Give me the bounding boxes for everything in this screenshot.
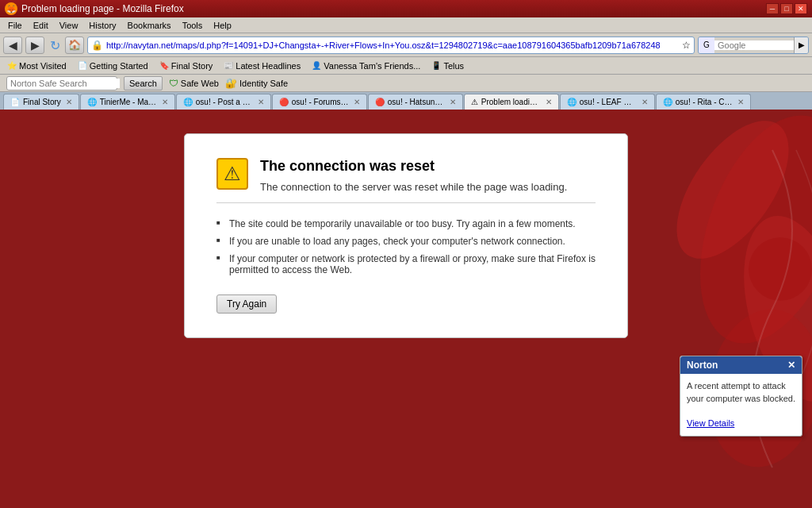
browser-tab[interactable]: 📄Final Story✕: [3, 94, 79, 110]
address-bar[interactable]: 🔒 ☆: [87, 37, 695, 54]
norton-popup-close-button[interactable]: ✕: [787, 360, 795, 371]
browser-tab[interactable]: 🌐TinierMe - Make ...✕: [80, 94, 175, 110]
error-title-area: The connection was reset The connection …: [260, 158, 567, 193]
norton-popup-message: A recent attempt to attack your computer…: [687, 380, 795, 405]
forward-button[interactable]: ▶: [25, 37, 44, 54]
norton-search-input[interactable]: [10, 79, 120, 88]
minimize-button[interactable]: ─: [766, 3, 779, 14]
list-item: If your computer or network is protected…: [216, 250, 596, 279]
bookmarks-bar: ⭐ Most Visited 📄 Getting Started 🔖 Final…: [0, 57, 812, 75]
menu-help[interactable]: Help: [209, 20, 236, 31]
window-controls[interactable]: ─ □ ✕: [766, 3, 807, 14]
menu-view[interactable]: View: [55, 20, 83, 31]
bookmark-label: Final Story: [171, 61, 213, 71]
search-container[interactable]: G ▶: [698, 37, 809, 54]
tab-close-button[interactable]: ✕: [737, 98, 744, 106]
window-title: Problem loading page - Mozilla Firefox: [21, 3, 184, 14]
menu-tools[interactable]: Tools: [178, 20, 208, 31]
news-icon: 📰: [224, 61, 233, 70]
bookmark-telus[interactable]: 📱 Telus: [427, 60, 468, 72]
bookmark-label: Telus: [443, 61, 464, 71]
search-go-button[interactable]: ▶: [794, 37, 808, 54]
firefox-icon: 🦊: [5, 2, 17, 15]
norton-safe-web[interactable]: 🛡 Safe Web: [169, 78, 219, 89]
identity-safe-label: Identity Safe: [239, 79, 288, 88]
browser-tab[interactable]: 🔴osu! - Hatsune M...✕: [368, 94, 463, 110]
nav-bar: ◀ ▶ ↻ 🏠 🔒 ☆ G ▶: [0, 33, 812, 57]
tab-icon: 🔴: [375, 98, 385, 106]
tab-close-button[interactable]: ✕: [66, 98, 72, 106]
content-area: ⚠ The connection was reset The connectio…: [0, 110, 812, 508]
bookmark-most-visited[interactable]: ⭐ Most Visited: [3, 60, 71, 72]
norton-search-box[interactable]: [6, 76, 117, 90]
tab-close-button[interactable]: ✕: [162, 98, 168, 106]
tab-close-button[interactable]: ✕: [450, 98, 456, 106]
browser-tab[interactable]: 🔴osu! - Forums - B...✕: [272, 94, 367, 110]
address-action-icons: ☆: [682, 40, 691, 51]
error-box: ⚠ The connection was reset The connectio…: [184, 133, 628, 338]
title-bar-left: 🦊 Problem loading page - Mozilla Firefox: [5, 2, 184, 15]
bookmark-label: Getting Started: [90, 61, 148, 71]
browser-tab[interactable]: ⚠Problem loading...✕: [464, 94, 559, 110]
safe-web-label: Safe Web: [181, 79, 219, 88]
list-item: If you are unable to load any pages, che…: [216, 233, 596, 250]
svg-point-0: [672, 110, 812, 363]
try-again-button[interactable]: Try Again: [216, 294, 277, 314]
home-button[interactable]: 🏠: [65, 37, 84, 54]
error-title: The connection was reset: [260, 158, 567, 175]
menu-bookmarks[interactable]: Bookmarks: [123, 20, 176, 31]
tab-close-button[interactable]: ✕: [354, 98, 360, 106]
person-icon: 👤: [312, 61, 321, 70]
browser-tab[interactable]: 🌐osu! - LEAF XCEE...✕: [560, 94, 655, 110]
browser-tab[interactable]: 🌐osu! - Post a new...✕: [176, 94, 271, 110]
menu-history[interactable]: History: [84, 20, 121, 31]
refresh-button[interactable]: ↻: [48, 38, 62, 52]
norton-popup-header: Norton ✕: [680, 356, 802, 374]
bookmark-label: Most Visited: [19, 61, 67, 71]
menu-edit[interactable]: Edit: [29, 20, 53, 31]
norton-popup: Norton ✕ A recent attempt to attack your…: [680, 356, 802, 437]
google-icon: G: [699, 37, 714, 54]
address-input[interactable]: [106, 40, 679, 50]
menu-bar: File Edit View History Bookmarks Tools H…: [0, 17, 812, 33]
tab-close-button[interactable]: ✕: [258, 98, 264, 106]
lock-icon: 🔒: [91, 40, 103, 51]
browser-tab[interactable]: 🌐osu! - Rita - CRISI...✕: [656, 94, 751, 110]
star-icon: ⭐: [7, 61, 17, 70]
star-icon[interactable]: ☆: [682, 40, 691, 51]
norton-identity-safe[interactable]: 🔐 Identity Safe: [225, 78, 288, 89]
bookmark-getting-started[interactable]: 📄 Getting Started: [74, 60, 152, 72]
back-button[interactable]: ◀: [3, 37, 22, 54]
error-list: The site could be temporarily unavailabl…: [216, 215, 596, 279]
bookmark-icon: 🔖: [159, 61, 169, 70]
bookmark-label: Latest Headlines: [236, 61, 301, 71]
tab-icon: 🌐: [567, 98, 576, 106]
close-button[interactable]: ✕: [795, 3, 807, 14]
tab-icon: 🌐: [183, 98, 193, 106]
norton-view-details-link[interactable]: View Details: [687, 418, 734, 428]
list-item: The site could be temporarily unavailabl…: [216, 215, 596, 233]
warning-icon: ⚠: [216, 158, 248, 190]
tab-icon: 🌐: [663, 98, 672, 106]
norton-search-button[interactable]: Search: [124, 76, 163, 90]
tab-label: osu! - LEAF XCEE...: [580, 98, 637, 106]
tab-icon: ⚠: [471, 98, 478, 106]
bookmark-latest-headlines[interactable]: 📰 Latest Headlines: [220, 60, 304, 72]
menu-file[interactable]: File: [3, 20, 27, 31]
telus-icon: 📱: [431, 61, 441, 70]
tab-close-button[interactable]: ✕: [546, 98, 552, 106]
svg-point-3: [749, 237, 812, 301]
shield-icon: 🛡: [169, 78, 178, 89]
tab-icon: 📄: [10, 98, 20, 106]
norton-popup-title: Norton: [687, 360, 718, 371]
bookmark-vanessa[interactable]: 👤 Vanessa Tam's Friends...: [308, 60, 424, 72]
tab-close-button[interactable]: ✕: [642, 98, 648, 106]
tab-icon: 🔴: [279, 98, 289, 106]
title-bar: 🦊 Problem loading page - Mozilla Firefox…: [0, 0, 812, 17]
tab-label: Final Story: [23, 98, 61, 106]
tab-label: osu! - Hatsune M...: [388, 98, 445, 106]
bookmark-final-story[interactable]: 🔖 Final Story: [155, 60, 217, 72]
bookmark-label: Vanessa Tam's Friends...: [324, 61, 420, 71]
search-input[interactable]: [714, 40, 794, 50]
maximize-button[interactable]: □: [780, 3, 793, 14]
